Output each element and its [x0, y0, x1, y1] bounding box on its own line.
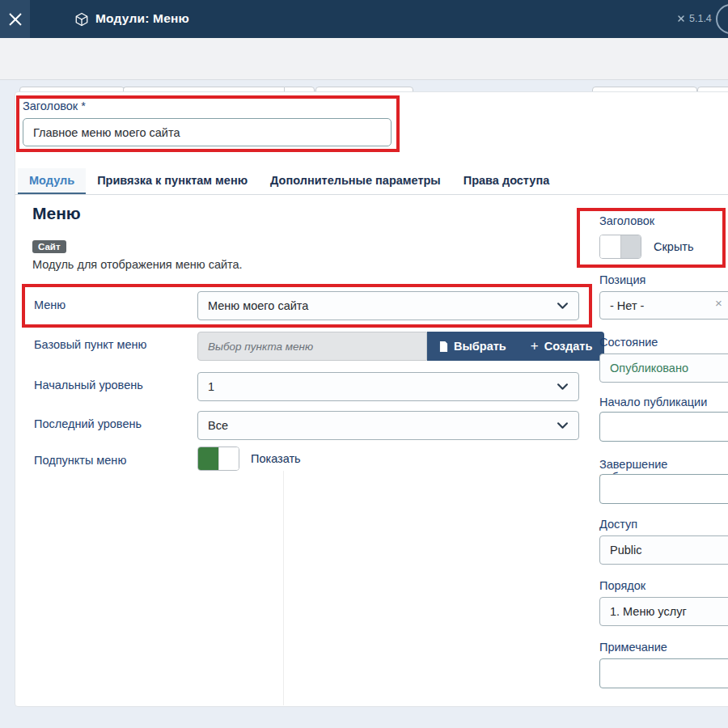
base-item-input [197, 332, 427, 361]
toggle-knob [620, 235, 641, 258]
select-button-label: Выбрать [454, 340, 506, 353]
start-level-select[interactable]: 1 [197, 372, 579, 401]
create-menu-item-button[interactable]: + Создать [518, 332, 605, 361]
joomla-logo-icon [0, 0, 30, 38]
tabbar-divider [15, 194, 728, 195]
show-title-field-label: Заголовок [599, 214, 654, 227]
tab-bar: Модуль Привязка к пунктам меню Дополните… [18, 168, 561, 195]
column-divider [283, 471, 284, 705]
version-badge: 5.1.4 [676, 13, 712, 24]
base-item-field-label: Базовый пункт меню [34, 338, 146, 351]
submenu-field-label: Подпункты меню [34, 454, 126, 467]
chevron-down-icon [557, 383, 568, 390]
menu-select-value: Меню моего сайта [208, 299, 308, 312]
joomla-mini-icon [676, 14, 686, 23]
clear-position-icon[interactable]: × [715, 296, 722, 310]
position-combobox[interactable]: - Нет - [599, 291, 728, 320]
publish-start-input[interactable] [599, 412, 728, 442]
access-field-label: Доступ [599, 518, 637, 531]
menu-select[interactable]: Меню моего сайта [197, 291, 579, 320]
tab-advanced[interactable]: Дополнительные параметры [259, 168, 452, 195]
plus-icon: + [531, 338, 539, 354]
tab-menu-assignment[interactable]: Привязка к пунктам меню [86, 168, 259, 195]
toolbar: Сохранить Сохранить и закрыть [0, 38, 728, 80]
create-button-label: Создать [544, 340, 593, 353]
status-select-value: Опубликовано [610, 362, 688, 375]
submenu-toggle[interactable] [197, 447, 239, 471]
end-level-field-label: Последний уровень [34, 417, 142, 430]
select-menu-item-button[interactable]: Выбрать [427, 332, 518, 361]
end-level-select[interactable]: Все [197, 411, 579, 440]
start-level-select-value: 1 [208, 380, 214, 393]
file-icon [439, 341, 448, 352]
toggle-knob [218, 447, 239, 470]
ordering-field-label: Порядок [599, 579, 645, 592]
status-select[interactable]: Опубликовано [599, 353, 728, 383]
page-title: Модули: Меню [95, 11, 189, 26]
joomla-admin-screen: Модули: Меню 5.1.4 Сохранить [0, 0, 728, 728]
toggle-off-half [600, 235, 620, 258]
title-field-label: Заголовок * [23, 99, 86, 112]
tab-permissions[interactable]: Права доступа [452, 168, 561, 195]
position-value: - Нет - [610, 299, 644, 312]
module-cube-icon [74, 12, 89, 27]
end-level-select-value: Все [208, 419, 228, 432]
publish-end-input[interactable] [599, 474, 728, 504]
module-description: Модуль для отображения меню сайта. [32, 258, 243, 271]
title-input[interactable] [23, 118, 392, 146]
chevron-down-icon [557, 303, 568, 309]
module-heading: Меню [32, 204, 81, 223]
show-title-state-label: Скрыть [654, 240, 694, 253]
topbar: Модули: Меню 5.1.4 [0, 0, 728, 38]
position-field-label: Позиция [599, 273, 645, 286]
note-input[interactable] [599, 658, 728, 688]
chevron-down-icon [557, 422, 568, 429]
access-select[interactable]: Public [599, 535, 728, 565]
show-title-toggle[interactable] [599, 235, 641, 259]
site-badge: Сайт [32, 240, 66, 253]
submenu-state-label: Показать [251, 452, 301, 465]
tab-module[interactable]: Модуль [18, 168, 86, 195]
menu-field-label: Меню [34, 298, 66, 311]
access-select-value: Public [610, 544, 642, 557]
start-level-field-label: Начальный уровень [34, 379, 143, 392]
version-text: 5.1.4 [689, 13, 712, 24]
status-field-label: Состояние [599, 336, 658, 349]
publish-start-field-label: Начало публикации [599, 396, 707, 408]
toggle-on-half [198, 447, 218, 470]
ordering-select[interactable]: 1. Меню услуг [599, 597, 728, 626]
base-item-buttons: Выбрать + Создать [427, 332, 604, 361]
note-field-label: Примечание [599, 641, 667, 654]
user-avatar[interactable] [716, 4, 728, 34]
ordering-select-value: 1. Меню услуг [610, 605, 687, 618]
